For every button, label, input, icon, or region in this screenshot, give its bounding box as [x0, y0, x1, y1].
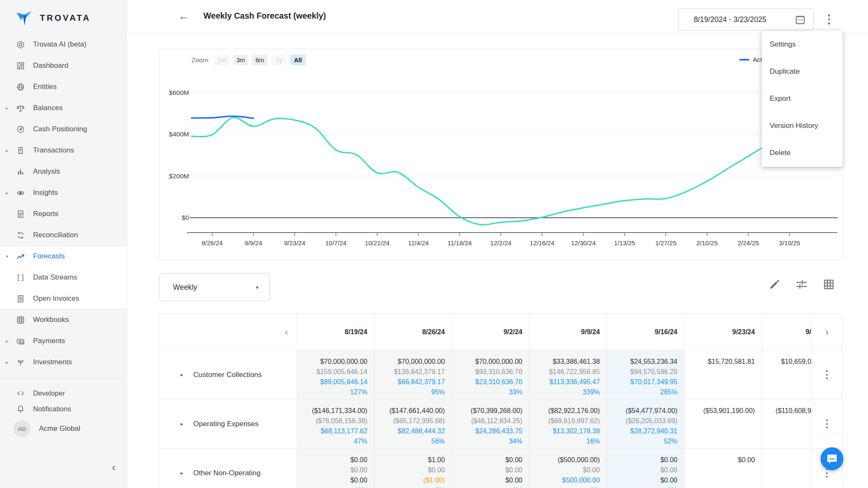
- sidebar-item-label: Dashboard: [33, 61, 68, 70]
- caret-down-icon[interactable]: ▾: [6, 254, 8, 259]
- menu-item-duplicate[interactable]: Duplicate: [762, 58, 843, 85]
- table-cell: $0.00: [684, 449, 762, 488]
- sidebar-item-reports[interactable]: Reports: [0, 203, 127, 225]
- sidebar-item-investments[interactable]: ▸Investments: [0, 352, 127, 373]
- sidebar-item-developer[interactable]: Developer: [0, 385, 127, 401]
- sidebar-item-notifications[interactable]: Notifications: [0, 401, 127, 417]
- sidebar-collapse-icon[interactable]: ‹: [112, 461, 116, 474]
- row-label: Operating Expenses: [193, 420, 259, 428]
- row-menu-icon[interactable]: [823, 417, 830, 431]
- table-cell: $15,720,581.81: [684, 350, 762, 399]
- table-cell: ($110,608,9: [762, 399, 812, 448]
- cell-value: ($146,171,334.00): [297, 406, 367, 416]
- cell-value: $66,842,379.17: [375, 377, 445, 387]
- sidebar-item-trovata-ai-beta[interactable]: Trovata AI (beta): [0, 34, 127, 55]
- caret-right-icon[interactable]: ▸: [6, 190, 8, 196]
- sidebar-item-balances[interactable]: ▸Balances: [0, 97, 127, 119]
- table-cell: ($147,661,440.00)($65,172,995.68)$82,488…: [375, 399, 452, 448]
- sidebar-item-label: Workbooks: [33, 316, 69, 324]
- period-select-value: Weekly: [173, 283, 197, 292]
- cell-value: $0.00: [452, 465, 523, 475]
- expand-row-icon[interactable]: ▸: [181, 372, 184, 378]
- sidebar-item-payments[interactable]: ▸Payments: [0, 330, 127, 352]
- sidebar-item-data-streams[interactable]: Data Streams: [0, 267, 127, 288]
- cell-value: $0.00: [607, 475, 677, 485]
- menu-item-export[interactable]: Export: [762, 85, 843, 112]
- sidebar-item-forecasts[interactable]: ▾Forecasts: [0, 246, 127, 267]
- grid-view-icon[interactable]: [822, 278, 835, 291]
- prev-weeks-chevron-icon[interactable]: ‹: [285, 326, 288, 338]
- sidebar-item-insights[interactable]: ▸Insights: [0, 182, 127, 203]
- next-weeks-chevron-icon[interactable]: ›: [825, 326, 829, 338]
- sidebar-item-analysis[interactable]: Analysis: [0, 161, 127, 182]
- cell-value: $24,553,236.34: [607, 357, 677, 367]
- table-cell: $0.00$0.00$0.000%: [297, 449, 375, 488]
- svg-text:2/24/25: 2/24/25: [738, 239, 759, 247]
- sidebar-item-open-invoices[interactable]: Open Invoices: [0, 288, 127, 309]
- date-range-picker[interactable]: 8/19/2024 - 3/23/2025: [678, 8, 814, 30]
- table-cell: $0.00$0.00$0.000%: [452, 449, 530, 488]
- svg-text:11/18/24: 11/18/24: [448, 239, 472, 247]
- sidebar-item-cash-positioning[interactable]: Cash Positioning: [0, 119, 127, 140]
- cell-value: $94,570,586.29: [607, 367, 677, 377]
- cell-value: $0.00: [607, 455, 677, 465]
- cell-value: 339%: [529, 387, 600, 397]
- svg-text:9/9/24: 9/9/24: [245, 239, 262, 247]
- cell-value: ($82,922,176.00): [529, 406, 600, 416]
- column-header: 9/2/24: [452, 314, 530, 350]
- caret-right-icon[interactable]: ▸: [6, 105, 8, 111]
- plant-icon: [16, 358, 25, 367]
- scale-icon: [16, 103, 25, 113]
- svg-text:12/2/24: 12/2/24: [490, 239, 512, 247]
- back-arrow-icon[interactable]: ←: [178, 9, 190, 23]
- svg-text:$400M: $400M: [169, 130, 189, 138]
- cell-value: $82,488,444.32: [375, 426, 445, 436]
- table-cell: $0.00$0.00$0.000%: [607, 449, 684, 488]
- table-cell: $70,000,000.00$159,005,646.14$89,005,646…: [297, 350, 375, 399]
- caret-right-icon[interactable]: ▸: [6, 148, 8, 153]
- period-select[interactable]: Weekly ▾: [159, 273, 270, 301]
- cell-value: $68,113,177.62: [297, 426, 367, 436]
- eye-icon: [16, 188, 25, 197]
- expand-row-icon[interactable]: ▸: [181, 421, 184, 427]
- sidebar-item-entities[interactable]: Entities: [0, 76, 127, 97]
- more-options-icon[interactable]: [824, 11, 834, 28]
- cell-value: $0.00: [375, 465, 445, 475]
- menu-item-version-history[interactable]: Version History: [762, 112, 843, 139]
- row-menu-icon[interactable]: [823, 368, 830, 382]
- table-cell: $70,000,000.00$136,842,379.17$66,842,379…: [375, 350, 452, 399]
- caret-right-icon[interactable]: ▸: [6, 360, 8, 365]
- expand-row-icon[interactable]: ▸: [181, 470, 184, 476]
- chat-widget-button[interactable]: [821, 447, 843, 470]
- cell-value: $0.00: [452, 475, 523, 485]
- menu-item-settings[interactable]: Settings: [762, 31, 843, 58]
- sidebar-item-workbooks[interactable]: Workbooks: [0, 309, 127, 330]
- row-actions-cell: [812, 350, 842, 399]
- svg-text:$600M: $600M: [169, 89, 189, 96]
- cell-value: 0%: [452, 485, 523, 488]
- table-row: ▸ Operating Expenses($146,171,334.00)($7…: [159, 399, 842, 449]
- forecast-table: ‹ 8/19/24 8/26/24 9/2/24 9/9/24 9/16/24 …: [159, 313, 843, 488]
- edit-pencil-icon[interactable]: [768, 278, 781, 291]
- menu-item-delete[interactable]: Delete: [762, 139, 843, 166]
- sidebar-item-label: Developer: [33, 389, 65, 397]
- trend-icon: [16, 252, 25, 261]
- account-switcher[interactable]: AG Acme Global: [0, 416, 127, 441]
- svg-text:8/26/24: 8/26/24: [202, 239, 223, 247]
- sidebar-item-label: Balances: [33, 104, 63, 112]
- sidebar-item-dashboard[interactable]: Dashboard: [0, 55, 127, 76]
- cell-value: $28,272,940.31: [607, 426, 677, 436]
- caret-right-icon[interactable]: ▸: [6, 338, 8, 344]
- sidebar-item-transactions[interactable]: ▸Transactions: [0, 140, 127, 161]
- svg-text:3/10/25: 3/10/25: [779, 239, 800, 247]
- table-cell: ($70,399,268.00)($46,112,834.25)$24,286,…: [452, 399, 530, 448]
- calendar-icon: [795, 14, 806, 27]
- gauge-icon: [16, 125, 25, 134]
- cell-value: 0%: [297, 485, 367, 488]
- forecast-line-chart[interactable]: $600M$400M$200M$08/26/249/9/249/23/2410/…: [159, 49, 842, 260]
- sidebar-item-reconciliation[interactable]: Reconciliation: [0, 225, 127, 246]
- cell-value: $146,722,956.85: [529, 367, 600, 377]
- filter-tune-icon[interactable]: [795, 278, 808, 291]
- cell-value: 52%: [607, 436, 677, 446]
- cell-value: $15,720,581.81: [684, 357, 755, 367]
